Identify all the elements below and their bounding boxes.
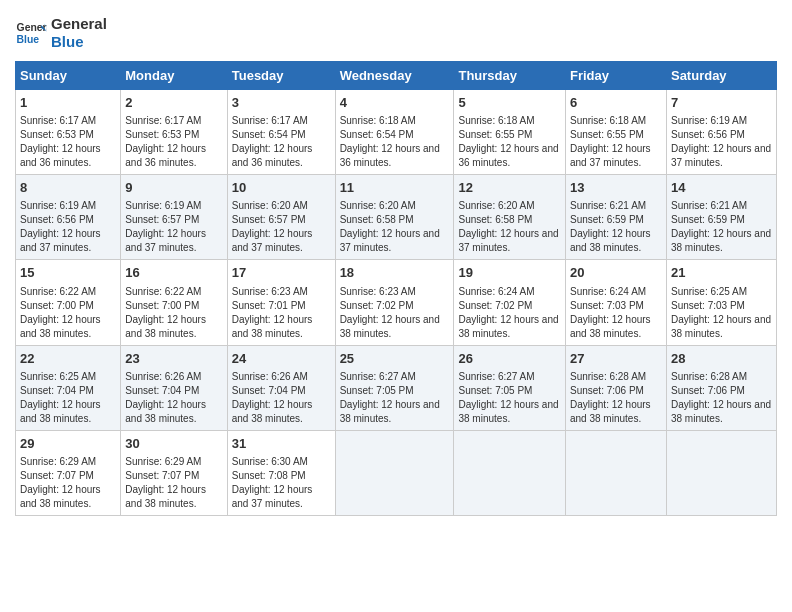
day-number: 11 bbox=[340, 179, 450, 197]
day-number: 21 bbox=[671, 264, 772, 282]
day-number: 24 bbox=[232, 350, 331, 368]
header: General Blue General Blue bbox=[15, 15, 777, 51]
day-number: 17 bbox=[232, 264, 331, 282]
day-number: 27 bbox=[570, 350, 662, 368]
day-info: Sunrise: 6:30 AMSunset: 7:08 PMDaylight:… bbox=[232, 455, 331, 511]
day-number: 6 bbox=[570, 94, 662, 112]
calendar-cell bbox=[666, 430, 776, 515]
calendar-cell: 6Sunrise: 6:18 AMSunset: 6:55 PMDaylight… bbox=[566, 90, 667, 175]
calendar-cell bbox=[335, 430, 454, 515]
calendar-cell: 2Sunrise: 6:17 AMSunset: 6:53 PMDaylight… bbox=[121, 90, 227, 175]
day-number: 29 bbox=[20, 435, 116, 453]
calendar-cell: 28Sunrise: 6:28 AMSunset: 7:06 PMDayligh… bbox=[666, 345, 776, 430]
calendar-cell: 17Sunrise: 6:23 AMSunset: 7:01 PMDayligh… bbox=[227, 260, 335, 345]
day-info: Sunrise: 6:19 AMSunset: 6:56 PMDaylight:… bbox=[671, 114, 772, 170]
day-info: Sunrise: 6:23 AMSunset: 7:01 PMDaylight:… bbox=[232, 285, 331, 341]
week-row-4: 22Sunrise: 6:25 AMSunset: 7:04 PMDayligh… bbox=[16, 345, 777, 430]
day-number: 31 bbox=[232, 435, 331, 453]
calendar-cell: 12Sunrise: 6:20 AMSunset: 6:58 PMDayligh… bbox=[454, 175, 566, 260]
header-saturday: Saturday bbox=[666, 62, 776, 90]
day-number: 10 bbox=[232, 179, 331, 197]
day-info: Sunrise: 6:22 AMSunset: 7:00 PMDaylight:… bbox=[125, 285, 222, 341]
calendar-cell: 11Sunrise: 6:20 AMSunset: 6:58 PMDayligh… bbox=[335, 175, 454, 260]
week-row-5: 29Sunrise: 6:29 AMSunset: 7:07 PMDayligh… bbox=[16, 430, 777, 515]
calendar-cell: 21Sunrise: 6:25 AMSunset: 7:03 PMDayligh… bbox=[666, 260, 776, 345]
day-info: Sunrise: 6:19 AMSunset: 6:57 PMDaylight:… bbox=[125, 199, 222, 255]
day-number: 2 bbox=[125, 94, 222, 112]
day-info: Sunrise: 6:25 AMSunset: 7:03 PMDaylight:… bbox=[671, 285, 772, 341]
calendar-cell: 23Sunrise: 6:26 AMSunset: 7:04 PMDayligh… bbox=[121, 345, 227, 430]
header-thursday: Thursday bbox=[454, 62, 566, 90]
day-number: 15 bbox=[20, 264, 116, 282]
svg-text:Blue: Blue bbox=[17, 34, 40, 45]
day-info: Sunrise: 6:26 AMSunset: 7:04 PMDaylight:… bbox=[125, 370, 222, 426]
day-info: Sunrise: 6:17 AMSunset: 6:53 PMDaylight:… bbox=[20, 114, 116, 170]
calendar-cell: 18Sunrise: 6:23 AMSunset: 7:02 PMDayligh… bbox=[335, 260, 454, 345]
day-number: 25 bbox=[340, 350, 450, 368]
day-info: Sunrise: 6:20 AMSunset: 6:57 PMDaylight:… bbox=[232, 199, 331, 255]
day-info: Sunrise: 6:18 AMSunset: 6:55 PMDaylight:… bbox=[570, 114, 662, 170]
day-info: Sunrise: 6:18 AMSunset: 6:54 PMDaylight:… bbox=[340, 114, 450, 170]
calendar-cell: 16Sunrise: 6:22 AMSunset: 7:00 PMDayligh… bbox=[121, 260, 227, 345]
logo-icon: General Blue bbox=[15, 17, 47, 49]
day-number: 23 bbox=[125, 350, 222, 368]
day-number: 26 bbox=[458, 350, 561, 368]
day-info: Sunrise: 6:23 AMSunset: 7:02 PMDaylight:… bbox=[340, 285, 450, 341]
week-row-2: 8Sunrise: 6:19 AMSunset: 6:56 PMDaylight… bbox=[16, 175, 777, 260]
day-info: Sunrise: 6:27 AMSunset: 7:05 PMDaylight:… bbox=[458, 370, 561, 426]
day-number: 20 bbox=[570, 264, 662, 282]
day-number: 30 bbox=[125, 435, 222, 453]
header-wednesday: Wednesday bbox=[335, 62, 454, 90]
day-number: 28 bbox=[671, 350, 772, 368]
day-info: Sunrise: 6:26 AMSunset: 7:04 PMDaylight:… bbox=[232, 370, 331, 426]
day-info: Sunrise: 6:21 AMSunset: 6:59 PMDaylight:… bbox=[570, 199, 662, 255]
calendar-cell: 1Sunrise: 6:17 AMSunset: 6:53 PMDaylight… bbox=[16, 90, 121, 175]
calendar-cell: 24Sunrise: 6:26 AMSunset: 7:04 PMDayligh… bbox=[227, 345, 335, 430]
day-number: 14 bbox=[671, 179, 772, 197]
day-info: Sunrise: 6:25 AMSunset: 7:04 PMDaylight:… bbox=[20, 370, 116, 426]
day-info: Sunrise: 6:20 AMSunset: 6:58 PMDaylight:… bbox=[458, 199, 561, 255]
calendar-cell: 27Sunrise: 6:28 AMSunset: 7:06 PMDayligh… bbox=[566, 345, 667, 430]
day-number: 13 bbox=[570, 179, 662, 197]
calendar-cell: 10Sunrise: 6:20 AMSunset: 6:57 PMDayligh… bbox=[227, 175, 335, 260]
day-info: Sunrise: 6:29 AMSunset: 7:07 PMDaylight:… bbox=[20, 455, 116, 511]
week-row-1: 1Sunrise: 6:17 AMSunset: 6:53 PMDaylight… bbox=[16, 90, 777, 175]
day-info: Sunrise: 6:20 AMSunset: 6:58 PMDaylight:… bbox=[340, 199, 450, 255]
day-number: 16 bbox=[125, 264, 222, 282]
calendar-cell: 25Sunrise: 6:27 AMSunset: 7:05 PMDayligh… bbox=[335, 345, 454, 430]
calendar-cell bbox=[454, 430, 566, 515]
day-info: Sunrise: 6:17 AMSunset: 6:53 PMDaylight:… bbox=[125, 114, 222, 170]
day-number: 3 bbox=[232, 94, 331, 112]
calendar-cell: 8Sunrise: 6:19 AMSunset: 6:56 PMDaylight… bbox=[16, 175, 121, 260]
day-number: 19 bbox=[458, 264, 561, 282]
day-info: Sunrise: 6:22 AMSunset: 7:00 PMDaylight:… bbox=[20, 285, 116, 341]
header-sunday: Sunday bbox=[16, 62, 121, 90]
day-info: Sunrise: 6:29 AMSunset: 7:07 PMDaylight:… bbox=[125, 455, 222, 511]
day-number: 9 bbox=[125, 179, 222, 197]
day-number: 7 bbox=[671, 94, 772, 112]
day-info: Sunrise: 6:19 AMSunset: 6:56 PMDaylight:… bbox=[20, 199, 116, 255]
header-tuesday: Tuesday bbox=[227, 62, 335, 90]
calendar-cell: 15Sunrise: 6:22 AMSunset: 7:00 PMDayligh… bbox=[16, 260, 121, 345]
calendar-table: SundayMondayTuesdayWednesdayThursdayFrid… bbox=[15, 61, 777, 516]
calendar-cell: 4Sunrise: 6:18 AMSunset: 6:54 PMDaylight… bbox=[335, 90, 454, 175]
day-info: Sunrise: 6:28 AMSunset: 7:06 PMDaylight:… bbox=[671, 370, 772, 426]
logo-line2: Blue bbox=[51, 33, 107, 51]
calendar-cell: 5Sunrise: 6:18 AMSunset: 6:55 PMDaylight… bbox=[454, 90, 566, 175]
day-number: 5 bbox=[458, 94, 561, 112]
day-number: 1 bbox=[20, 94, 116, 112]
calendar-cell: 30Sunrise: 6:29 AMSunset: 7:07 PMDayligh… bbox=[121, 430, 227, 515]
day-info: Sunrise: 6:24 AMSunset: 7:02 PMDaylight:… bbox=[458, 285, 561, 341]
calendar-cell: 20Sunrise: 6:24 AMSunset: 7:03 PMDayligh… bbox=[566, 260, 667, 345]
logo-line1: General bbox=[51, 15, 107, 33]
calendar-header-row: SundayMondayTuesdayWednesdayThursdayFrid… bbox=[16, 62, 777, 90]
calendar-cell: 22Sunrise: 6:25 AMSunset: 7:04 PMDayligh… bbox=[16, 345, 121, 430]
calendar-cell: 19Sunrise: 6:24 AMSunset: 7:02 PMDayligh… bbox=[454, 260, 566, 345]
day-info: Sunrise: 6:21 AMSunset: 6:59 PMDaylight:… bbox=[671, 199, 772, 255]
day-number: 18 bbox=[340, 264, 450, 282]
day-number: 22 bbox=[20, 350, 116, 368]
calendar-cell: 3Sunrise: 6:17 AMSunset: 6:54 PMDaylight… bbox=[227, 90, 335, 175]
day-info: Sunrise: 6:27 AMSunset: 7:05 PMDaylight:… bbox=[340, 370, 450, 426]
calendar-cell: 7Sunrise: 6:19 AMSunset: 6:56 PMDaylight… bbox=[666, 90, 776, 175]
calendar-cell: 9Sunrise: 6:19 AMSunset: 6:57 PMDaylight… bbox=[121, 175, 227, 260]
